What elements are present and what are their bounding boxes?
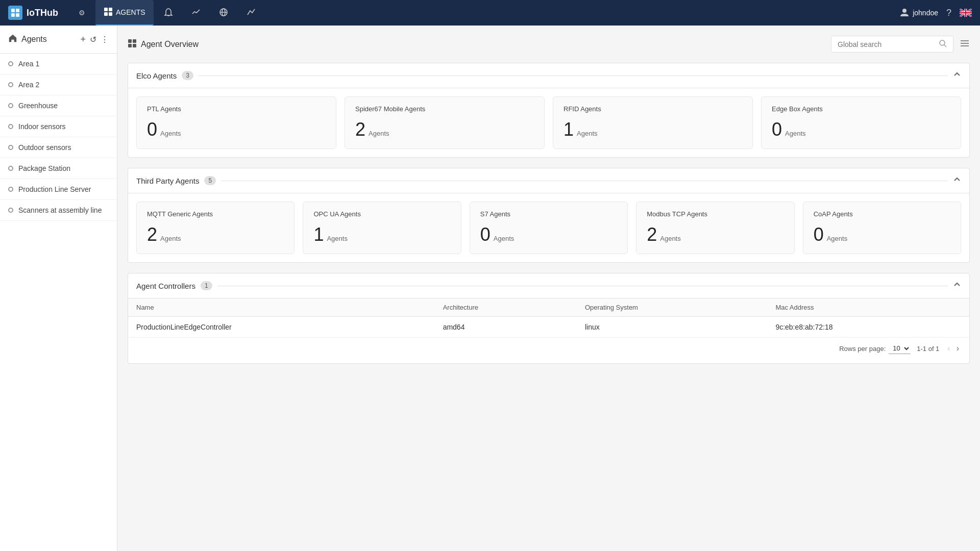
help-icon[interactable]: ? (946, 8, 951, 18)
controllers-collapse-button[interactable] (953, 281, 961, 291)
search-input[interactable] (838, 40, 935, 48)
prev-page-button[interactable]: ‹ (945, 342, 952, 355)
language-flag[interactable] (960, 9, 972, 17)
list-view-icon[interactable] (960, 38, 970, 50)
status-dot (8, 145, 13, 150)
count-number: 0 (480, 224, 491, 245)
elco-cards-grid: PTL Agents 0 Agents Spider67 Mobile Agen… (128, 88, 969, 157)
controllers-section: Agent Controllers 1 Name Architecture Op… (128, 273, 970, 364)
count-label: Agents (785, 130, 805, 137)
count-label: Agents (577, 130, 597, 137)
third-party-agents-section: Third Party Agents 5 MQTT Generic Agents… (128, 168, 970, 263)
nav-items: ⚙ AGENTS (70, 0, 899, 26)
page-title-area: Agent Overview (128, 39, 199, 50)
agent-card-modbus[interactable]: Modbus TCP Agents 2 Agents (636, 202, 794, 254)
sidebar-item-area2[interactable]: Area 2 (0, 74, 117, 95)
sidebar-title-text: Agents (21, 35, 47, 44)
main-content: Agent Overview (117, 26, 980, 551)
more-button[interactable]: ⋮ (101, 35, 109, 44)
user-menu[interactable]: johndoe (899, 7, 938, 19)
topnav-right: johndoe ? (899, 7, 972, 19)
sidebar-item-label: Scanners at assembly line (18, 206, 102, 214)
section-divider (217, 286, 948, 286)
card-title: RFID Agents (564, 105, 742, 113)
sidebar-item-label: Area 2 (18, 81, 39, 89)
elco-section-title: Elco Agents (136, 71, 177, 80)
count-label: Agents (327, 235, 347, 242)
settings-icon: ⚙ (79, 9, 85, 17)
next-page-button[interactable]: › (954, 342, 961, 355)
nav-item-alerts[interactable] (156, 0, 181, 26)
third-party-collapse-button[interactable] (953, 176, 961, 186)
card-count: 0 Agents (814, 224, 950, 245)
sidebar-item-label: Production Line Server (18, 185, 91, 193)
global-search-bar[interactable] (831, 36, 953, 53)
elco-section-header: Elco Agents 3 (128, 63, 969, 88)
status-dot (8, 208, 13, 213)
status-dot (8, 103, 13, 108)
sidebar: Agents + ↺ ⋮ Area 1 Area 2 Greenhouse (0, 26, 117, 551)
sidebar-item-label: Greenhouse (18, 102, 58, 110)
card-count: 1 Agents (564, 119, 742, 140)
username: johndoe (913, 9, 938, 17)
card-count: 2 Agents (355, 119, 534, 140)
card-title: S7 Agents (480, 210, 617, 218)
agent-card-opcua[interactable]: OPC UA Agents 1 Agents (303, 202, 461, 254)
sidebar-item-scanners[interactable]: Scanners at assembly line (0, 200, 117, 221)
sidebar-item-outdoor[interactable]: Outdoor sensors (0, 137, 117, 158)
app-logo[interactable]: IoTHub (8, 6, 58, 20)
agent-card-coap[interactable]: CoAP Agents 0 Agents (803, 202, 961, 254)
svg-rect-15 (128, 44, 132, 47)
agent-card-edgebox[interactable]: Edge Box Agents 0 Agents (761, 96, 961, 149)
globe-icon (219, 8, 228, 18)
sidebar-item-indoor[interactable]: Indoor sensors (0, 116, 117, 137)
main-layout: Agents + ↺ ⋮ Area 1 Area 2 Greenhouse (0, 26, 980, 551)
elco-collapse-button[interactable] (953, 70, 961, 81)
sidebar-item-production[interactable]: Production Line Server (0, 179, 117, 200)
svg-rect-0 (11, 9, 15, 12)
page-title: Agent Overview (141, 40, 199, 49)
elco-count-badge: 3 (182, 71, 193, 80)
card-title: MQTT Generic Agents (147, 210, 284, 218)
refresh-button[interactable]: ↺ (90, 35, 96, 44)
chart-icon (247, 8, 256, 18)
top-navigation: IoTHub ⚙ AGENTS (0, 0, 980, 26)
rows-per-page-label: Rows per page: (839, 345, 886, 353)
col-mac: Mac Address (767, 298, 969, 317)
nav-item-chart[interactable] (238, 0, 264, 26)
nav-item-analytics[interactable] (183, 0, 209, 26)
agent-card-rfid[interactable]: RFID Agents 1 Agents (553, 96, 753, 149)
sidebar-item-label: Area 1 (18, 60, 39, 68)
sidebar-item-package[interactable]: Package Station (0, 158, 117, 179)
agent-card-spider67[interactable]: Spider67 Mobile Agents 2 Agents (345, 96, 545, 149)
section-divider (221, 181, 948, 181)
pagination-info: 1-1 of 1 (917, 345, 939, 353)
rows-per-page-select[interactable]: 10 25 50 (889, 343, 911, 354)
user-icon (899, 7, 910, 19)
cell-name: ProductionLineEdgeController (128, 317, 435, 338)
status-dot (8, 187, 13, 192)
add-button[interactable]: + (80, 34, 86, 45)
agent-card-mqtt[interactable]: MQTT Generic Agents 2 Agents (136, 202, 295, 254)
sidebar-item-label: Package Station (18, 164, 70, 172)
agent-card-ptl[interactable]: PTL Agents 0 Agents (136, 96, 336, 149)
card-title: PTL Agents (147, 105, 326, 113)
svg-rect-1 (16, 9, 19, 12)
svg-rect-6 (104, 12, 108, 16)
col-name: Name (128, 298, 435, 317)
cell-mac: 9c:eb:e8:ab:72:18 (767, 317, 969, 338)
nav-item-agents[interactable]: AGENTS (95, 0, 154, 26)
card-title: OPC UA Agents (313, 210, 450, 218)
count-number: 1 (564, 119, 574, 140)
agent-card-s7[interactable]: S7 Agents 0 Agents (470, 202, 628, 254)
elco-agents-section: Elco Agents 3 PTL Agents 0 Agents (128, 63, 970, 158)
sidebar-item-greenhouse[interactable]: Greenhouse (0, 95, 117, 116)
sidebar-item-area1[interactable]: Area 1 (0, 54, 117, 74)
nav-item-globe[interactable] (211, 0, 236, 26)
svg-rect-14 (133, 39, 136, 43)
controllers-section-title: Agent Controllers (136, 282, 195, 290)
nav-item-settings[interactable]: ⚙ (70, 0, 93, 26)
count-label: Agents (369, 130, 389, 137)
table-row[interactable]: ProductionLineEdgeController amd64 linux… (128, 317, 969, 338)
table-footer: Rows per page: 10 25 50 1-1 of 1 ‹ › (128, 338, 969, 359)
